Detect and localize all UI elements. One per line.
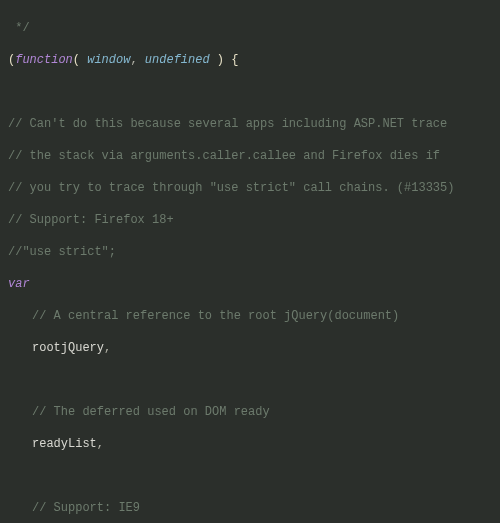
identifier: rootjQuery <box>32 341 104 355</box>
comment-text: // Support: Firefox 18+ <box>8 213 174 227</box>
code-line-blank <box>8 372 492 388</box>
comment-text: */ <box>8 21 30 35</box>
code-line: // you try to trace through "use strict"… <box>8 180 492 196</box>
code-line: //"use strict"; <box>8 244 492 260</box>
identifier: readyList <box>32 437 97 451</box>
code-line: rootjQuery, <box>8 340 492 356</box>
code-line: readyList, <box>8 436 492 452</box>
code-line: // the stack via arguments.caller.callee… <box>8 148 492 164</box>
comment-text: //"use strict"; <box>8 245 116 259</box>
comma: , <box>130 53 144 67</box>
code-line-blank <box>8 468 492 484</box>
comment-text: // The deferred used on DOM ready <box>32 405 270 419</box>
code-line: // The deferred used on DOM ready <box>8 404 492 420</box>
code-line: // Support: Firefox 18+ <box>8 212 492 228</box>
code-line: // A central reference to the root jQuer… <box>8 308 492 324</box>
code-line: var <box>8 276 492 292</box>
paren: ( <box>73 53 87 67</box>
comment-text: // the stack via arguments.caller.callee… <box>8 149 440 163</box>
comment-text: // A central reference to the root jQuer… <box>32 309 399 323</box>
param-undefined: undefined <box>145 53 210 67</box>
comma: , <box>97 437 104 451</box>
code-line: // Support: IE9 <box>8 500 492 516</box>
comment-text: // Support: IE9 <box>32 501 140 515</box>
comment-text: // Can't do this because several apps in… <box>8 117 447 131</box>
param-window: window <box>87 53 130 67</box>
keyword-var: var <box>8 277 30 291</box>
brace: ) { <box>210 53 239 67</box>
code-line-blank <box>8 84 492 100</box>
comment-text: // you try to trace through "use strict"… <box>8 181 454 195</box>
code-line: */ <box>8 20 492 36</box>
code-line: (function( window, undefined ) { <box>8 52 492 68</box>
keyword-function: function <box>15 53 73 67</box>
comma: , <box>104 341 111 355</box>
code-line: // Can't do this because several apps in… <box>8 116 492 132</box>
code-editor[interactable]: */ (function( window, undefined ) { // C… <box>0 0 500 523</box>
